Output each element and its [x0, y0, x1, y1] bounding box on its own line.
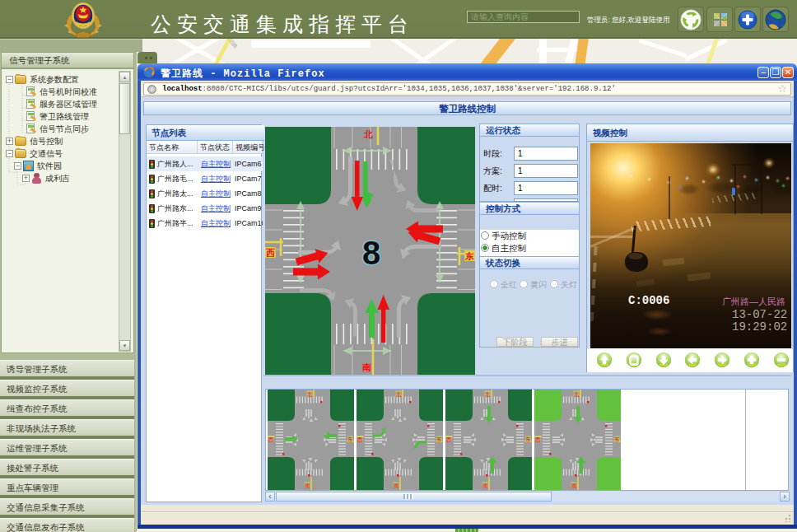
svg-text:西: 西 [265, 248, 276, 258]
svg-text:北: 北 [363, 129, 373, 139]
svg-text:南: 南 [361, 362, 371, 372]
svg-text:东: 东 [464, 251, 474, 261]
svg-text:8: 8 [362, 235, 380, 271]
